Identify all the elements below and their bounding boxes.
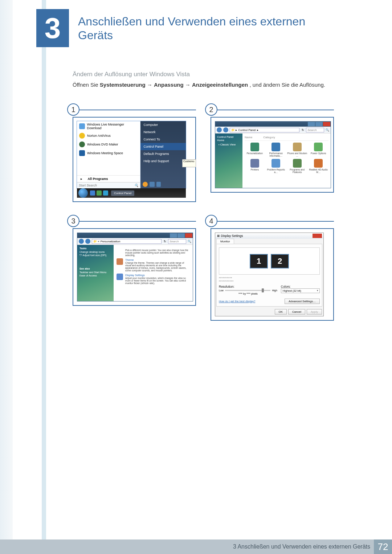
- instr-arrow2: →: [185, 82, 192, 88]
- instr-arrow1: →: [147, 82, 154, 88]
- tooltip: Custremo: [182, 159, 196, 167]
- control-panel-item: Personalization: [245, 143, 265, 157]
- power-icon: [143, 182, 148, 187]
- maximize-icon: [177, 233, 185, 238]
- figure-divider-line: [79, 110, 196, 110]
- meeting-space-icon: [79, 150, 85, 156]
- personalization-entry: ThemeChange the theme. Themes can change…: [117, 258, 190, 272]
- search-icon: 🔍: [326, 128, 329, 132]
- instr-prefix: Öffnen Sie: [73, 82, 100, 88]
- forward-icon: [85, 239, 90, 244]
- figures-container: 1 Windows Live Messenger Download Norton…: [73, 109, 334, 339]
- figure-number-badge: 4: [205, 215, 217, 227]
- close-icon: [185, 233, 192, 238]
- control-panel-item-icon: [293, 143, 302, 151]
- shutdown-arrow-icon: [156, 182, 161, 187]
- control-panel-item-icon: [314, 159, 323, 168]
- start-orb-icon: [78, 188, 88, 198]
- personalization-window: 📁 « Personalization ↻ Search 🔍 Tasks Cha…: [77, 233, 193, 301]
- control-panel-item-icon: [271, 159, 280, 168]
- display-settings-window: 🖥 Display Settings Monitor 1 2 *********…: [215, 233, 324, 316]
- personalization-entry: Pick a different mouse pointer. You can …: [117, 249, 190, 257]
- figure-3: 3 📁 « Personalization ↻ Search 🔍: [73, 220, 196, 321]
- chapter-number: 3: [45, 12, 61, 45]
- figure-number-badge: 1: [67, 103, 79, 116]
- control-panel-item-icon: [314, 143, 323, 151]
- control-panel-item: Realtek HD Audio M…: [309, 159, 329, 173]
- section-subtitle: Ändern der Auflösung unter Windows Vista: [73, 71, 190, 78]
- instr-path3: Anzeigeeinstellungen: [192, 82, 248, 88]
- dvd-maker-icon: [79, 141, 85, 147]
- quicklaunch-icon: [103, 190, 108, 196]
- help-link: How do I get the best display?: [219, 300, 255, 303]
- instruction-text: Öffnen Sie Systemsteuerung → Anpassung →…: [73, 82, 356, 88]
- forward-icon: [223, 127, 228, 132]
- quicklaunch-icon: [97, 190, 102, 196]
- search-icon: 🔍: [134, 184, 138, 187]
- chapter-badge: 3: [36, 9, 69, 47]
- control-panel-item: Power Options: [309, 143, 329, 157]
- monitor-tab: Monitor: [216, 239, 234, 244]
- slider-thumb-icon: [262, 288, 264, 292]
- page-number: 72: [374, 539, 392, 554]
- monitor-2-icon: 2: [271, 254, 289, 268]
- control-panel-item: Phone and Modem …: [287, 143, 307, 157]
- footer-chapter-ref: 3 Anschließen und Verwenden eines extern…: [233, 543, 374, 550]
- figure-divider-line: [79, 221, 196, 222]
- entry-icon: [117, 274, 123, 280]
- figure-divider-line: [217, 221, 334, 222]
- control-panel-item-icon: [293, 159, 302, 168]
- back-icon: [79, 239, 84, 244]
- control-panel-item-icon: [250, 159, 259, 168]
- maximize-icon: [315, 122, 323, 126]
- instr-path2: Anpassung: [154, 82, 184, 88]
- control-panel-item: Printers: [245, 159, 265, 173]
- messenger-icon: [79, 123, 85, 129]
- taskbar-button: Control Panel: [111, 190, 134, 196]
- control-panel-item-icon: [250, 143, 259, 151]
- close-icon: [313, 234, 322, 238]
- apply-button: Apply: [307, 309, 322, 315]
- chapter-title: Anschließen und Verwenden eines externen…: [78, 15, 339, 42]
- quicklaunch-icon: [90, 190, 95, 196]
- control-panel-item: Programs and Features: [287, 159, 307, 173]
- vertical-accent-bar: [42, 0, 46, 554]
- minimize-icon: [308, 122, 315, 126]
- instr-path1: Systemsteuerung: [100, 82, 146, 88]
- cancel-button: Cancel: [288, 309, 305, 315]
- minimize-icon: [170, 233, 177, 238]
- control-panel-item: Problem Reports a…: [266, 159, 286, 173]
- figure-4: 4 🖥 Display Settings Monitor 1 2 *******…: [211, 220, 334, 321]
- entry-icon: [117, 258, 123, 265]
- left-margin-gradient: [0, 0, 13, 554]
- figure-1: 1 Windows Live Messenger Download Norton…: [73, 109, 196, 202]
- control-panel-item-icon: [271, 143, 280, 151]
- figure-2: 2 📁 ▸ Control Panel ▸ ↻ Search 🔍: [211, 109, 334, 202]
- figure-number-badge: 3: [67, 215, 79, 227]
- lock-icon: [150, 182, 155, 187]
- advanced-settings-button: Advanced Settings…: [285, 299, 320, 304]
- ok-button: OK: [275, 309, 287, 315]
- instr-suffix: , und ändern Sie die Auflösung.: [249, 82, 325, 88]
- figure-number-badge: 2: [205, 103, 217, 116]
- colors-dropdown: Highest (32 bit): [281, 288, 320, 293]
- taskbar: Control Panel: [77, 188, 186, 198]
- figure-divider-line: [217, 110, 334, 110]
- start-menu-screenshot: Windows Live Messenger Download Norton A…: [77, 121, 186, 188]
- entry-icon: [117, 249, 123, 255]
- norton-icon: [79, 133, 85, 139]
- search-icon: 🔍: [188, 240, 191, 243]
- page-footer: 3 Anschließen und Verwenden eines extern…: [0, 539, 392, 554]
- close-icon: [323, 122, 330, 126]
- personalization-entry: Display SettingsAdjust your monitor reso…: [117, 274, 190, 284]
- monitor-1-icon: 1: [250, 254, 268, 268]
- control-panel-item: Performance Informatio…: [266, 143, 286, 157]
- control-panel-window: 📁 ▸ Control Panel ▸ ↻ Search 🔍 Control P…: [215, 121, 331, 188]
- back-icon: [217, 127, 222, 132]
